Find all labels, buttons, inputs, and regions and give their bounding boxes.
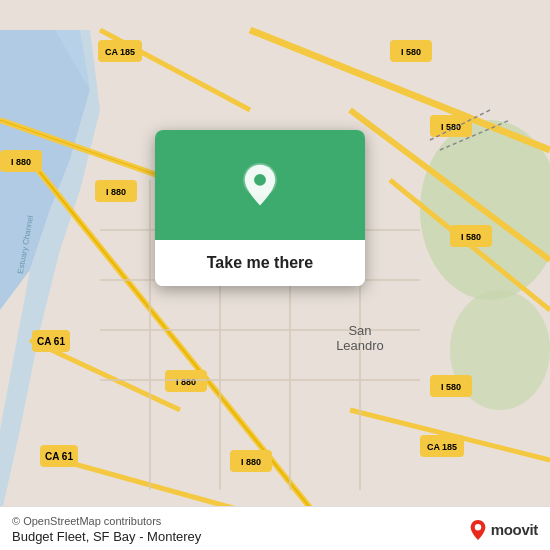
moovit-logo: moovit xyxy=(469,519,538,541)
svg-text:CA 185: CA 185 xyxy=(105,47,135,57)
take-me-there-button[interactable]: Take me there xyxy=(155,240,365,286)
copyright-text: © OpenStreetMap contributors xyxy=(12,515,201,527)
svg-text:CA 61: CA 61 xyxy=(37,336,65,347)
svg-text:I 880: I 880 xyxy=(11,157,31,167)
moovit-label: moovit xyxy=(491,521,538,538)
svg-text:San: San xyxy=(348,323,371,338)
svg-point-54 xyxy=(254,174,266,186)
popup-card: Take me there xyxy=(155,130,365,286)
svg-text:CA 185: CA 185 xyxy=(427,442,457,452)
svg-text:I 580: I 580 xyxy=(441,382,461,392)
svg-text:I 580: I 580 xyxy=(461,232,481,242)
svg-point-55 xyxy=(474,524,480,530)
app-title: Budget Fleet, SF Bay - Monterey xyxy=(12,529,201,544)
location-pin-icon xyxy=(238,163,282,207)
bottom-bar: © OpenStreetMap contributors Budget Flee… xyxy=(0,506,550,550)
svg-text:I 580: I 580 xyxy=(401,47,421,57)
svg-text:I 580: I 580 xyxy=(441,122,461,132)
popup-map-section xyxy=(155,130,365,240)
svg-text:Leandro: Leandro xyxy=(336,338,384,353)
svg-text:CA 61: CA 61 xyxy=(45,451,73,462)
svg-text:I 880: I 880 xyxy=(241,457,261,467)
bottom-bar-left: © OpenStreetMap contributors Budget Flee… xyxy=(12,515,201,544)
moovit-pin-icon xyxy=(469,519,487,541)
svg-text:I 880: I 880 xyxy=(176,377,196,387)
svg-text:I 880: I 880 xyxy=(106,187,126,197)
map-container: CA 61 CA 61 I 880 I 880 I 880 I 880 CA 1… xyxy=(0,0,550,550)
